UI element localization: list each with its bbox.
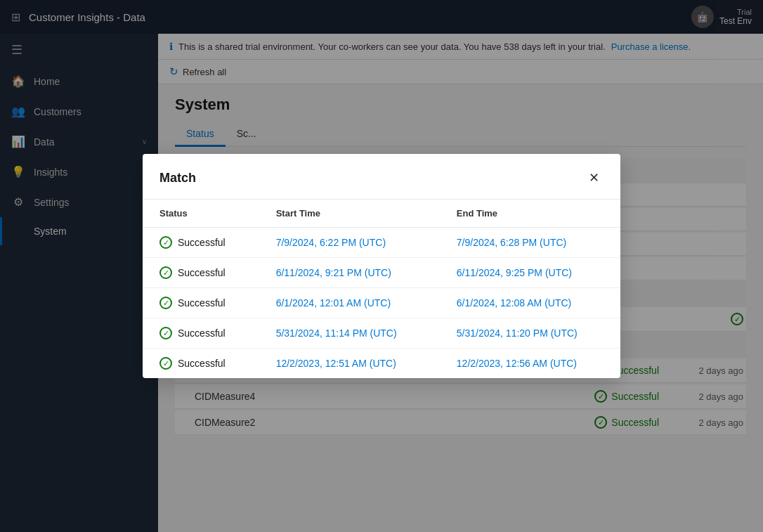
end-time-cell: 6/1/2024, 12:08 AM (UTC) — [440, 288, 620, 318]
modal-status-cell: Successful — [143, 288, 259, 318]
table-row: Successful 5/31/2024, 11:14 PM (UTC) 5/3… — [143, 318, 620, 349]
table-row: Successful 6/1/2024, 12:01 AM (UTC) 6/1/… — [143, 288, 620, 318]
status-text: Successful — [178, 297, 226, 309]
status-text: Successful — [178, 267, 226, 278]
modal-status-cell: Successful — [143, 349, 259, 379]
success-icon — [159, 297, 172, 309]
modal-header: Match ✕ — [143, 154, 620, 200]
status-text: Successful — [178, 237, 226, 248]
modal-status-cell: Successful — [143, 258, 259, 288]
modal: Match ✕ Status Start Time End Time Succe… — [143, 154, 620, 378]
col-header-status: Status — [143, 200, 259, 228]
col-header-end: End Time — [440, 200, 620, 228]
success-icon — [159, 236, 172, 249]
modal-table: Status Start Time End Time Successful 7/… — [143, 200, 620, 378]
start-time-cell: 6/11/2024, 9:21 PM (UTC) — [259, 258, 440, 288]
table-row: Successful 7/9/2024, 6:22 PM (UTC) 7/9/2… — [143, 228, 620, 258]
start-time-cell: 5/31/2024, 11:14 PM (UTC) — [259, 318, 440, 349]
modal-status-cell: Successful — [143, 228, 259, 258]
table-row: Successful 12/2/2023, 12:51 AM (UTC) 12/… — [143, 349, 620, 379]
end-time-cell: 5/31/2024, 11:20 PM (UTC) — [440, 318, 620, 349]
modal-body: Status Start Time End Time Successful 7/… — [143, 200, 620, 378]
modal-overlay[interactable]: Match ✕ Status Start Time End Time Succe… — [0, 0, 763, 532]
modal-status-cell: Successful — [143, 318, 259, 349]
status-text: Successful — [178, 327, 226, 339]
success-icon — [159, 266, 172, 279]
table-row: Successful 6/11/2024, 9:21 PM (UTC) 6/11… — [143, 258, 620, 288]
status-text: Successful — [178, 358, 226, 369]
col-header-start: Start Time — [259, 200, 440, 228]
success-icon — [159, 357, 172, 370]
end-time-cell: 6/11/2024, 9:25 PM (UTC) — [440, 258, 620, 288]
end-time-cell: 7/9/2024, 6:28 PM (UTC) — [440, 228, 620, 258]
modal-close-button[interactable]: ✕ — [584, 168, 604, 188]
success-icon — [159, 327, 172, 339]
start-time-cell: 7/9/2024, 6:22 PM (UTC) — [259, 228, 440, 258]
modal-title: Match — [159, 171, 196, 186]
start-time-cell: 12/2/2023, 12:51 AM (UTC) — [259, 349, 440, 379]
start-time-cell: 6/1/2024, 12:01 AM (UTC) — [259, 288, 440, 318]
end-time-cell: 12/2/2023, 12:56 AM (UTC) — [440, 349, 620, 379]
